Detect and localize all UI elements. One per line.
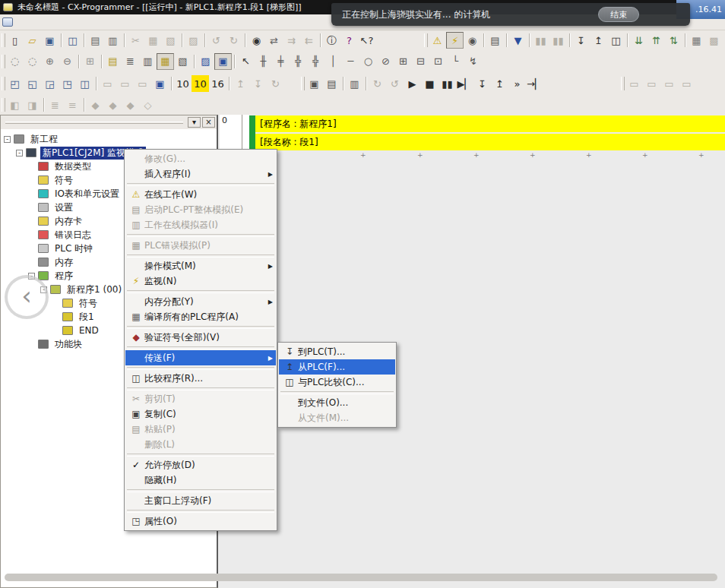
tree-expander-icon[interactable] bbox=[28, 218, 35, 225]
zoom-tool-button[interactable]: ◌ bbox=[6, 53, 24, 70]
menu-item-properties[interactable]: ◳ 属性(O) bbox=[125, 514, 276, 529]
watch-window-button[interactable]: ▭ bbox=[99, 75, 116, 92]
function-block-tool-button[interactable]: ⊞ bbox=[394, 53, 412, 70]
signed-decimal-monitor-button[interactable]: 10 bbox=[192, 75, 209, 92]
context-menu-item[interactable] bbox=[125, 182, 276, 187]
ci-view-button[interactable]: ▣ bbox=[214, 53, 232, 70]
tree-expander-icon[interactable] bbox=[52, 327, 59, 334]
paste-button[interactable]: ▧ bbox=[162, 32, 179, 49]
horizontal-scrollbar[interactable] bbox=[5, 574, 717, 581]
tree-item-project[interactable]: - 新工程 bbox=[1, 132, 217, 146]
menu-program[interactable] bbox=[66, 15, 78, 29]
step-run-button[interactable]: ▶▏ bbox=[456, 75, 473, 92]
symbols-view-button[interactable]: ▤ bbox=[104, 53, 122, 70]
clear-mark-button[interactable]: ◇ bbox=[139, 96, 157, 113]
menu-item-operating-mode[interactable]: 操作模式(M) ▶ bbox=[125, 258, 276, 273]
menu-tools[interactable] bbox=[103, 15, 115, 29]
find-prev-button[interactable]: ⇇ bbox=[300, 32, 318, 49]
stop-button[interactable]: ■ bbox=[421, 75, 438, 92]
tree-expander-icon[interactable] bbox=[52, 300, 59, 307]
menu-item-verify-symbols[interactable]: ◆ 验证符号(全部)(V) bbox=[125, 330, 276, 345]
tile-vertical-button[interactable]: ◲ bbox=[41, 75, 59, 92]
run-mode-button[interactable]: ↻ bbox=[369, 75, 386, 92]
hex-monitor-button[interactable]: 16 bbox=[209, 75, 226, 92]
tile-horizontal-button[interactable]: ◱ bbox=[24, 75, 41, 92]
context-menu-item[interactable] bbox=[125, 345, 276, 350]
find-next-button[interactable]: ⇉ bbox=[283, 32, 300, 49]
line-connect-tool-button[interactable]: └ bbox=[447, 53, 464, 70]
options-window-button[interactable]: ▣ bbox=[151, 75, 169, 92]
grid-button[interactable]: ⊞ bbox=[81, 53, 99, 70]
print-preview-button[interactable]: ▥ bbox=[104, 32, 122, 49]
context-menu-item[interactable] bbox=[125, 253, 276, 258]
prev-mark-button[interactable]: ◆ bbox=[122, 96, 139, 113]
save-button[interactable]: ▣ bbox=[41, 32, 59, 49]
unit-panel-button[interactable]: ▭ bbox=[678, 75, 695, 92]
replace-button[interactable]: ⇄ bbox=[265, 32, 283, 49]
transfer-settings-button[interactable]: ⇈ bbox=[647, 32, 665, 49]
io-panel-button[interactable]: ▭ bbox=[625, 75, 643, 92]
context-menu-item[interactable] bbox=[125, 386, 276, 391]
monitor-run-button[interactable]: ↺ bbox=[386, 75, 404, 92]
monitor-data-button[interactable]: ▧ bbox=[174, 53, 192, 70]
back-gesture-overlay[interactable]: ‹ bbox=[5, 275, 49, 319]
submenu-item-from-file[interactable]: 从文件(M)... bbox=[279, 410, 395, 425]
plc-panel-button[interactable]: ▭ bbox=[660, 75, 678, 92]
context-menu-item[interactable] bbox=[125, 232, 276, 238]
menu-insert[interactable] bbox=[54, 15, 66, 29]
menu-item-insert-program[interactable]: 插入程序(I) ▶ bbox=[125, 166, 276, 182]
online-find-button[interactable]: ◉ bbox=[464, 32, 481, 49]
new-file-button[interactable]: ▯ bbox=[6, 32, 24, 49]
monitor-mode-button[interactable]: ⚡ bbox=[446, 32, 464, 49]
ladder-view-button[interactable]: ▦ bbox=[157, 53, 174, 70]
compare-with-plc-button[interactable]: ◫ bbox=[607, 32, 625, 49]
continuous-step-button[interactable]: » bbox=[508, 75, 526, 92]
menu-item-modify[interactable]: 修改(G)... bbox=[125, 151, 276, 166]
rung-up-button[interactable]: ≣ bbox=[46, 96, 64, 113]
menu-window[interactable] bbox=[115, 15, 127, 29]
refresh-monitor-button[interactable]: ↻ bbox=[267, 75, 284, 92]
simulator-settings-button[interactable]: ▥ bbox=[346, 75, 363, 92]
tree-expander-icon[interactable] bbox=[28, 163, 35, 170]
pause-monitor-button[interactable]: ▮▮ bbox=[532, 32, 549, 49]
menu-item-compile-all[interactable]: ▦ 编译所有的PLC程序(A) bbox=[125, 309, 276, 324]
redo-button[interactable]: ↻ bbox=[225, 32, 242, 49]
instruction-tool-button[interactable]: ⊡ bbox=[429, 53, 447, 70]
tree-expander-icon[interactable] bbox=[28, 245, 35, 252]
menu-item-transfer[interactable]: 传送(F) ▶ bbox=[125, 350, 276, 365]
decimal-monitor-button[interactable]: 10 bbox=[174, 75, 192, 92]
pause-button[interactable]: ▮▮ bbox=[549, 32, 567, 49]
submenu-item-to-file[interactable]: 到文件(O)... bbox=[279, 395, 395, 410]
go-previous-button[interactable]: ↥ bbox=[232, 75, 249, 92]
menu-item-start-plc-pt-simulation[interactable]: ▤ 启动PLC-PT整体模拟(E) bbox=[125, 202, 276, 217]
tree-expander-icon[interactable] bbox=[28, 177, 35, 184]
find-in-project-button[interactable]: ◫ bbox=[64, 32, 81, 49]
cascade-windows-button[interactable]: ◰ bbox=[6, 75, 24, 92]
submenu-item-compare-with-plc[interactable]: ◫ 与PLC比较(C)... bbox=[279, 375, 395, 390]
find-button[interactable]: ◉ bbox=[248, 32, 265, 49]
tree-expander-icon[interactable] bbox=[28, 341, 35, 348]
rung-list-button[interactable]: ≣ bbox=[122, 53, 139, 70]
indent-rung-button[interactable]: ◨ bbox=[24, 96, 41, 113]
context-menu-item[interactable] bbox=[125, 488, 276, 493]
force-status-button[interactable]: ▼ bbox=[509, 32, 527, 49]
play-button[interactable]: ▶ bbox=[404, 75, 421, 92]
step-in-button[interactable]: ↧ bbox=[473, 75, 491, 92]
tree-expander-icon[interactable] bbox=[28, 259, 35, 266]
menu-item-paste[interactable]: ▤ 粘贴(P) bbox=[125, 422, 276, 437]
work-online-button[interactable]: ⚠ bbox=[429, 32, 446, 49]
local-window-button[interactable]: ▭ bbox=[134, 75, 151, 92]
menu-item-hide[interactable]: 隐藏(H) bbox=[125, 473, 276, 488]
fb-parameter-tool-button[interactable]: ⊟ bbox=[412, 53, 429, 70]
go-next-button[interactable]: ↧ bbox=[249, 75, 267, 92]
pause-sim-button[interactable]: ▮▮ bbox=[438, 75, 456, 92]
delete-line-tool-button[interactable]: ↯ bbox=[464, 53, 482, 70]
tree-expander-icon[interactable]: - bbox=[4, 136, 11, 143]
panel-close-button[interactable]: × bbox=[202, 117, 215, 128]
menu-item-float-on-main[interactable]: 主窗口上浮动(F) bbox=[125, 493, 276, 508]
panel-menu-button[interactable]: ▾ bbox=[188, 117, 201, 128]
menu-item-work-online[interactable]: ⚠ 在线工作(W) bbox=[125, 187, 276, 202]
context-menu-item[interactable] bbox=[125, 324, 276, 330]
contact-not-tool-button[interactable]: ╪ bbox=[272, 53, 290, 70]
cut-button[interactable]: ✂ bbox=[127, 32, 144, 49]
